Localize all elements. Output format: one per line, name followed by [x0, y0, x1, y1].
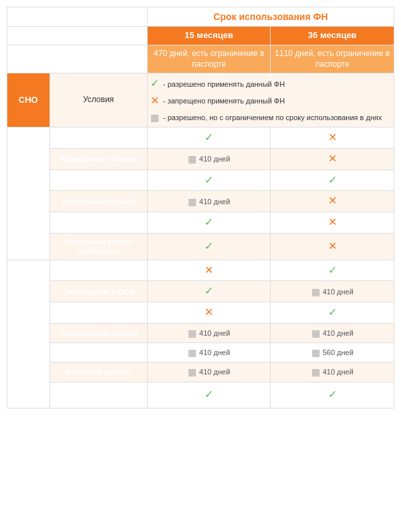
days-text: 410 дней: [323, 287, 354, 296]
osn-row-0-col1: ✓: [147, 127, 271, 149]
calendar-icon: ▦: [188, 346, 196, 358]
col-15-months: 15 месяцев: [147, 27, 271, 45]
usn-row-5-label: Сезонные работы: [49, 362, 147, 382]
calendar-icon: ▦: [188, 327, 196, 339]
osn-row-4-label: Сезонные работы: [49, 212, 147, 234]
check-icon: ✓: [328, 388, 337, 400]
usn-row-1-col1: ✓: [147, 281, 271, 302]
osn-row-4-col1: ✓: [147, 212, 271, 234]
osn-row-4-col2: ✕: [271, 212, 394, 234]
days-text: 410 дней: [199, 197, 230, 206]
calendar-icon: ▦: [311, 286, 320, 298]
calendar-icon: ▦: [188, 196, 196, 208]
calendar-icon: ▦: [188, 366, 196, 378]
days-text: 410 дней: [199, 367, 230, 376]
check-icon: ✓: [205, 216, 213, 228]
cross-icon: ✕: [328, 131, 337, 143]
osn-row-3-col1: ▦410 дней: [147, 191, 271, 212]
osn-row-2-label: Услуги: [49, 170, 147, 191]
check-icon: ✓: [205, 388, 213, 400]
usn-row-3-col1: ▦410 дней: [147, 324, 271, 343]
usn-row-4-col1: ▦410 дней: [147, 343, 271, 362]
osn-row-3-label: Автономный режим: [49, 191, 147, 212]
usn-row-0-col2: ✓: [271, 260, 394, 281]
usn-row-3-label: Подакцизные товары: [49, 324, 147, 343]
cross-icon: ✕: [328, 153, 337, 164]
days-text: 410 дней: [199, 154, 230, 164]
days-text: 560 дней: [323, 348, 354, 357]
osn-row-5-label: Платежные агенты (субагенты): [49, 234, 147, 260]
usn-row-2-label: Услуги: [49, 302, 147, 324]
usn-row-0-col1: ✕: [147, 260, 271, 281]
calendar-icon: ▦: [150, 111, 159, 123]
header-title: Срок использования ФН: [147, 7, 394, 27]
cross-icon: ✕: [205, 306, 213, 318]
usn-row-2-col2: ✓: [271, 302, 394, 324]
usn-row-6-col2: ✓: [271, 382, 394, 409]
days-text: 410 дней: [323, 328, 354, 338]
cross-icon: ✕: [328, 240, 337, 252]
usn-row-2-col1: ✕: [147, 302, 271, 324]
sno-label: СНО: [7, 73, 50, 127]
conditions-label: Условия: [49, 73, 147, 127]
days-text: 410 дней: [199, 328, 230, 338]
check-icon: ✓: [205, 174, 213, 186]
col-36-months: 36 месяцев: [271, 27, 394, 45]
check-icon: ✓: [328, 174, 337, 186]
check-icon: ✓: [205, 131, 213, 143]
osn-row-5-col2: ✕: [271, 234, 394, 260]
check-icon: ✓: [328, 264, 337, 276]
usn-row-6-col1: ✓: [147, 382, 271, 409]
check-icon: ✓: [150, 77, 159, 91]
osn-row-3-col2: ✕: [271, 191, 394, 212]
legend-text-1: - разрешено применять данный ФН: [163, 79, 285, 89]
usn-row-4-label: Автономный режим: [49, 343, 147, 362]
legend-cell: ✓ - разрешено применять данный ФН ✕ - за…: [147, 73, 394, 127]
table-wrapper: Срок использования ФН 15 месяцев 36 меся…: [7, 7, 394, 409]
cross-icon: ✕: [205, 264, 213, 276]
usn-row-5-col1: ▦410 дней: [147, 362, 271, 382]
usn-row-1-label: Совмещение с ОСН: [49, 281, 147, 302]
usn-row-6-label: Платежные агенты (субагенты): [49, 382, 147, 409]
osn-row-2-col2: ✓: [271, 170, 394, 191]
osn-row-0-label: Только ОСН: [49, 127, 147, 149]
usn-row-4-col2: ▦560 дней: [271, 343, 394, 362]
legend-item-3: ▦ - разрешено, но с ограничением по срок…: [150, 111, 391, 123]
main-table: Срок использования ФН 15 месяцев 36 меся…: [7, 7, 394, 409]
check-icon: ✓: [205, 240, 213, 252]
check-icon: ✓: [205, 285, 213, 296]
legend-text-3: - разрешено, но с ограничением по сроку …: [163, 113, 382, 122]
osn-label: ОСН: [7, 127, 50, 260]
osn-row-1-col1: ▦410 дней: [147, 148, 271, 170]
calendar-icon: ▦: [311, 327, 320, 339]
col-36-days: 1110 дней, есть ограничение в паспорте: [271, 45, 394, 73]
calendar-icon: ▦: [188, 153, 196, 165]
check-icon: ✓: [328, 306, 337, 318]
cross-icon: ✕: [328, 195, 337, 206]
osn-row-2-col1: ✓: [147, 170, 271, 191]
usn-row-5-col2: ▦410 дней: [271, 362, 394, 382]
calendar-icon: ▦: [311, 366, 320, 378]
cross-icon: ✕: [328, 216, 337, 228]
days-text: 410 дней: [199, 348, 230, 357]
osn-row-1-col2: ✕: [271, 148, 394, 170]
cross-icon: ✕: [150, 94, 159, 108]
usn-row-0-label: В чистом виде: [49, 260, 147, 281]
usn-row-3-col2: ▦410 дней: [271, 324, 394, 343]
legend-text-2: - запрещено применять данный ФН: [163, 96, 285, 105]
col-15-days: 470 дней, есть ограничение в паспорте: [147, 45, 271, 73]
usn-label: УСН ЕСХН ЕНВД Патент: [7, 260, 50, 409]
legend-item-2: ✕ - запрещено применять данный ФН: [150, 94, 391, 108]
osn-row-5-col1: ✓: [147, 234, 271, 260]
osn-row-1-label: Подакцизные товары: [49, 148, 147, 170]
usn-row-1-col2: ▦410 дней: [271, 281, 394, 302]
legend-item-1: ✓ - разрешено применять данный ФН: [150, 77, 391, 91]
days-text: 410 дней: [323, 367, 354, 376]
osn-row-0-col2: ✕: [271, 127, 394, 149]
calendar-icon: ▦: [311, 346, 320, 358]
